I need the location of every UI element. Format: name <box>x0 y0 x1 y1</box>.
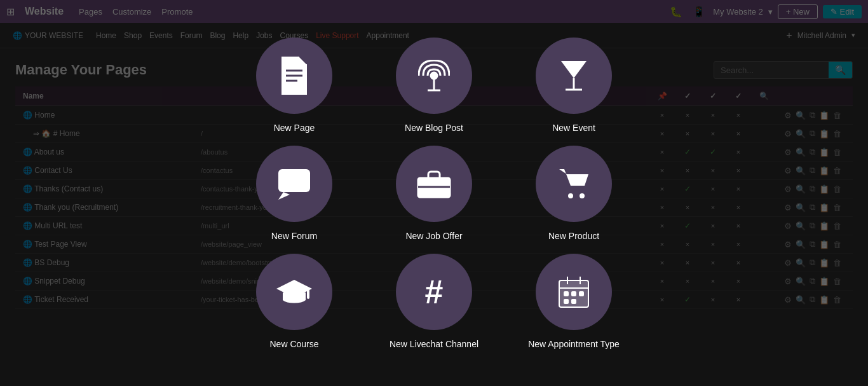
option-circle-new-job-offer[interactable] <box>396 146 472 222</box>
option-label-new-blog-post: New Blog Post <box>405 123 463 133</box>
new-options-overlay[interactable]: New Page New Blog Post New Event New For… <box>0 0 868 309</box>
svg-point-3 <box>431 72 437 79</box>
svg-point-14 <box>568 193 573 198</box>
option-new-blog-post[interactable]: New Blog Post <box>370 38 498 133</box>
option-label-new-page: New Page <box>274 123 315 133</box>
option-new-event[interactable]: New Event <box>510 38 637 133</box>
new-options-grid: New Page New Blog Post New Event New For… <box>205 12 663 310</box>
option-label-new-product: New Product <box>548 231 599 241</box>
option-circle-new-blog-post[interactable] <box>396 38 472 114</box>
svg-rect-17 <box>307 289 309 299</box>
option-circle-new-product[interactable] <box>536 146 612 222</box>
svg-rect-24 <box>580 292 583 296</box>
option-circle-new-appointment-type[interactable] <box>536 254 612 310</box>
svg-marker-10 <box>278 192 290 200</box>
option-label-new-event: New Event <box>552 123 595 133</box>
svg-rect-9 <box>278 169 310 192</box>
option-new-forum[interactable]: New Forum <box>231 146 358 241</box>
option-circle-new-page[interactable] <box>256 38 332 114</box>
option-label-new-forum: New Forum <box>271 231 317 241</box>
option-new-product[interactable]: New Product <box>510 146 637 241</box>
option-new-job-offer[interactable]: New Job Offer <box>370 146 498 241</box>
option-circle-new-course[interactable] <box>256 254 332 310</box>
option-label-new-job-offer: New Job Offer <box>405 231 462 241</box>
svg-rect-22 <box>564 292 568 296</box>
option-new-appointment-type[interactable]: New Appointment Type <box>510 254 637 310</box>
svg-rect-26 <box>572 300 576 303</box>
option-circle-new-forum[interactable] <box>256 146 332 222</box>
svg-rect-23 <box>572 292 576 296</box>
option-circle-new-event[interactable] <box>536 38 612 114</box>
option-new-livechat-channel[interactable]: # New Livechat Channel <box>370 254 498 310</box>
option-new-course[interactable]: New Course <box>231 254 358 310</box>
option-circle-new-livechat-channel[interactable]: # <box>396 254 472 310</box>
svg-rect-25 <box>564 300 568 303</box>
option-new-page[interactable]: New Page <box>231 38 358 133</box>
svg-marker-6 <box>561 61 587 78</box>
svg-point-15 <box>580 193 585 198</box>
